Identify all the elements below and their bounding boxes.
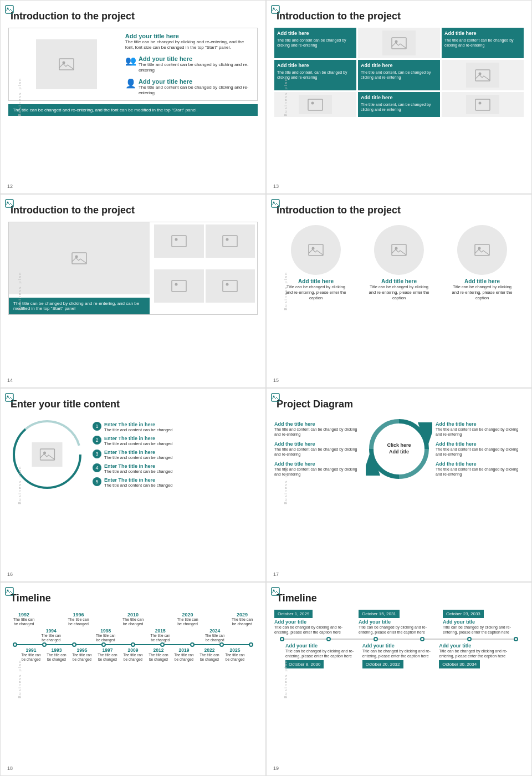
slide-17-layout: Add the title here The title and content… — [274, 416, 524, 482]
year-1995: 1995 The title can be changed — [71, 647, 93, 662]
circle-center — [32, 442, 63, 467]
year-2020: 2020 The title can be changed — [177, 612, 199, 627]
year-1996: 1996 The title can be changed — [68, 612, 90, 627]
dot-1 — [42, 642, 47, 647]
slide-17-right: Add the title here The title and content… — [436, 421, 524, 477]
slide-number-12: 12 — [7, 183, 13, 189]
dot-19-2 — [374, 637, 378, 641]
line-seg-3 — [424, 639, 467, 640]
circle-image — [32, 442, 63, 467]
cell-13-7[interactable]: Add title here The title and content, ca… — [358, 92, 440, 117]
dot-2 — [72, 642, 76, 647]
center-text[interactable]: Click hereAdd title — [387, 442, 411, 455]
circle-1 — [374, 225, 424, 275]
img-13-5 — [466, 63, 499, 88]
slide-12-item2: 👤 Add your title here The title and cont… — [125, 78, 253, 96]
cell-13-8 — [442, 92, 524, 117]
slide-12-image — [13, 33, 120, 96]
slide-19-title: Timeline — [277, 593, 524, 604]
cell-13-2[interactable]: Add title here The title and content can… — [442, 28, 524, 58]
watermark-14: Business plan — [18, 272, 22, 310]
svg-rect-26 — [272, 200, 279, 207]
year-2024: 2024 The title can be changed — [204, 628, 226, 642]
slide-19-bottom-cards: Add your title Title can be changed by c… — [274, 643, 524, 668]
top-card-0: October 1, 2029 Add your title Title can… — [274, 610, 355, 635]
thumb-14-1 — [154, 224, 203, 258]
image-placeholder-12 — [36, 39, 97, 89]
svg-point-17 — [75, 256, 78, 258]
slide-12-highlight-title: Add your title here The title can be cha… — [125, 33, 253, 51]
year-2012: 2012 The title can be changed — [147, 647, 170, 662]
slide-13-grid: Add title here The title and content can… — [274, 28, 524, 90]
cell-13-4[interactable]: Add title here The title and content, ca… — [358, 60, 440, 90]
year-1994: 1994 The title can be changed — [40, 628, 62, 642]
watermark-18: Business plan — [18, 660, 22, 698]
main-image-14 — [9, 222, 150, 294]
circle-2 — [457, 225, 507, 275]
slide-12: Introduction to the project Add your tit… — [0, 0, 266, 194]
bottom-card-0: Add your title Title can be changed by c… — [285, 643, 359, 668]
circle-0 — [291, 225, 341, 275]
timeline-line-19 — [274, 637, 524, 641]
circle-item-1: Add title here Title can be changed by c… — [369, 225, 429, 300]
watermark-13: Business plan — [284, 78, 288, 116]
cell-13-0[interactable]: Add title here The title and content can… — [274, 28, 356, 58]
svg-rect-40 — [272, 394, 279, 401]
slide-15-circles: Add title here Title can be changed by c… — [274, 225, 524, 300]
img-13-6 — [299, 95, 332, 114]
year-2022: 2022 The title can be changed — [198, 647, 221, 662]
list-item-16-3: 4 Enter The title in here The title and … — [93, 463, 258, 474]
right-entry-0: Add the title here The title and content… — [436, 421, 524, 437]
slide-12-bottom: The title can be changed and re-entering… — [8, 104, 258, 116]
top-card-2: October 23, 2033 Add your title Title ca… — [443, 610, 524, 635]
svg-point-29 — [312, 247, 315, 250]
svg-point-3 — [62, 62, 65, 64]
watermark-19: Business plan — [284, 660, 288, 698]
svg-point-23 — [175, 283, 177, 285]
slide-15-title: Introduction to the project — [277, 205, 524, 216]
slide-14-left: The title can be changed by clicking and… — [9, 222, 150, 314]
slide-number-15: 15 — [273, 377, 279, 383]
dot-19-0 — [280, 637, 284, 641]
slide-number-19: 19 — [273, 765, 279, 771]
dot-0 — [13, 642, 17, 647]
slide-17-title: Project Diagram — [277, 399, 524, 410]
mid-years-row: 1994 The title can be changed 1998 The t… — [13, 628, 253, 642]
svg-rect-2 — [59, 59, 74, 70]
svg-point-7 — [395, 40, 398, 43]
bottom-card-2: Add your title Title can be changed by c… — [439, 643, 513, 668]
line-seg-0 — [284, 639, 326, 640]
slide-14-bottom: The title can be changed by clicking and… — [9, 298, 150, 314]
slide-icon-16 — [5, 393, 14, 402]
timeline-line — [13, 644, 253, 645]
watermark-12: Business plan — [18, 78, 22, 116]
list-item-16-4: 5 Enter The title in here The title and … — [93, 477, 258, 488]
svg-rect-16 — [72, 253, 86, 264]
line-bar — [13, 644, 253, 645]
year-1991: 1991 The title can be changed — [20, 647, 42, 662]
line-seg-2 — [378, 639, 420, 640]
svg-rect-45 — [272, 588, 279, 595]
year-1993: 1993 The title can be changed — [45, 647, 68, 662]
slide-16: Enter your title content 1 Enter The ti — [0, 388, 266, 582]
slide-number-13: 13 — [273, 183, 279, 189]
slide-19-top-cards: October 1, 2029 Add your title Title can… — [274, 610, 524, 635]
slide-16-items: 1 Enter The title in here The title and … — [93, 422, 258, 488]
svg-rect-6 — [392, 38, 406, 49]
dot-19-4 — [467, 637, 472, 641]
dot-19-3 — [420, 637, 424, 641]
right-entry-1: Add the title here The title and content… — [436, 441, 524, 457]
circle-item-2: Add title here Title can be changed by c… — [452, 225, 513, 300]
svg-rect-32 — [475, 244, 489, 256]
svg-rect-14 — [6, 200, 13, 207]
slide-number-14: 14 — [7, 377, 13, 383]
slide-18: Timeline 1992 The title can be changed 1… — [0, 582, 266, 776]
left-entry-1: Add the title here The title and content… — [274, 441, 362, 457]
dot-6 — [190, 642, 195, 647]
svg-rect-4 — [272, 6, 279, 13]
person-icon: 👤 — [125, 78, 135, 89]
slide-14-layout: The title can be changed by clicking and… — [8, 222, 258, 315]
slide-number-16: 16 — [7, 571, 13, 577]
svg-point-9 — [479, 72, 482, 75]
slide-icon-13 — [271, 5, 280, 14]
